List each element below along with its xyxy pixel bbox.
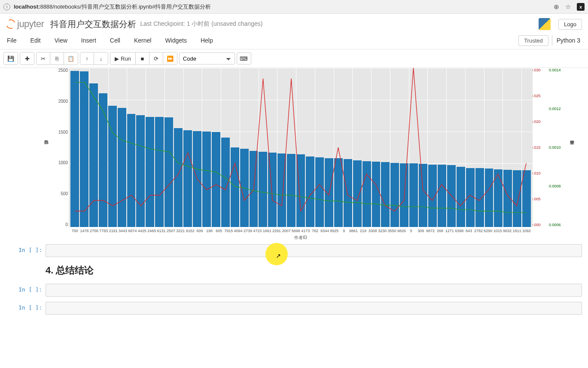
markdown-cell[interactable]: 4. 总结结论	[0, 261, 588, 280]
bookmark-icon[interactable]: ☆	[565, 3, 571, 11]
x-tick: 2007	[282, 229, 290, 233]
bar	[363, 161, 371, 227]
move-down-button[interactable]: ↓	[94, 52, 108, 64]
trusted-indicator[interactable]: Trusted	[518, 35, 548, 46]
logout-button[interactable]: Logo	[558, 19, 582, 30]
save-button[interactable]: 💾	[4, 52, 18, 64]
info-icon[interactable]: i	[3, 3, 10, 10]
menu-insert[interactable]: Insert	[74, 34, 103, 46]
x-tick: 2465	[147, 229, 156, 233]
x-tick: 268	[436, 229, 444, 233]
bar	[212, 132, 220, 227]
bar	[136, 115, 145, 227]
cell-type-select[interactable]: Code	[179, 52, 235, 64]
bar	[400, 163, 408, 227]
menu-file[interactable]: File	[0, 34, 24, 46]
menu-kernel[interactable]: Kernel	[127, 34, 158, 46]
bar	[193, 131, 201, 227]
x-tick: 3221	[176, 229, 185, 233]
x-tick: 219	[359, 229, 367, 233]
notebook-title[interactable]: 抖音用户交互数据分析	[50, 18, 136, 30]
x-tick: 6874	[128, 229, 137, 233]
bar	[438, 165, 446, 227]
bar	[315, 157, 324, 227]
x-tick: 309	[417, 229, 425, 233]
python-logo-icon	[539, 18, 551, 30]
restart-run-all-button[interactable]: ⏩	[163, 52, 177, 64]
menubar: FileEditViewInsertCellKernelWidgetsHelp …	[0, 33, 588, 49]
jupyter-logo-icon	[5, 18, 17, 30]
bar	[428, 165, 437, 227]
x-tick: 1478	[80, 229, 88, 233]
x-tick: 5698	[292, 229, 300, 233]
x-tick: 4723	[253, 229, 262, 233]
x-tick: 4094	[234, 229, 242, 233]
bar	[118, 108, 126, 227]
notebook-header: jupyter 抖音用户交互数据分析 Last Checkpoint: 1 小时…	[0, 14, 588, 33]
bar	[419, 164, 427, 227]
move-up-button[interactable]: ↑	[80, 52, 94, 64]
x-tick: 782	[311, 229, 319, 233]
menu-edit[interactable]: Edit	[24, 34, 48, 46]
chart-output: 作品数 25002000150010005000 0.0300.0250.020…	[47, 68, 554, 241]
bar	[250, 151, 258, 227]
x-tick: 9152	[186, 229, 195, 233]
bar	[447, 165, 456, 227]
x-tick: 7783	[99, 229, 108, 233]
restart-button[interactable]: ⟳	[149, 52, 163, 64]
x-tick: 1015	[494, 229, 502, 233]
code-cell-empty[interactable]: In [ ]:	[0, 242, 588, 259]
bar	[334, 158, 343, 227]
x-tick: 3550	[387, 229, 396, 233]
paste-button[interactable]: 📋	[64, 52, 78, 64]
x-tick: 9861	[349, 229, 358, 233]
code-cell-empty[interactable]: In [ ]:	[0, 282, 588, 298]
interrupt-button[interactable]: ■	[136, 52, 149, 64]
toolbar: 💾 ✚ ✂ ⎘ 📋 ↑ ↓ ▶ Run ■ ⟳ ⏩ Code ⌨	[0, 49, 588, 68]
y-axis-left-ticks: 25002000150010005000	[52, 68, 68, 227]
bar	[475, 168, 484, 227]
bar	[80, 71, 88, 227]
bar	[522, 170, 531, 227]
x-tick: 4425	[138, 229, 146, 233]
cell-input[interactable]	[46, 302, 582, 315]
menu-help[interactable]: Help	[194, 34, 220, 46]
cell-prompt: In [ ]:	[6, 244, 46, 257]
bar	[127, 114, 136, 227]
notebook-area: 作品数 25002000150010005000 0.0300.0250.020…	[0, 68, 588, 316]
menu-widgets[interactable]: Widgets	[158, 34, 194, 46]
bar	[296, 154, 305, 227]
x-tick: 5	[407, 229, 415, 233]
run-button[interactable]: ▶ Run	[110, 52, 136, 64]
bar	[390, 163, 399, 227]
copy-button[interactable]: ⎘	[50, 52, 64, 64]
x-tick: 2739	[244, 229, 252, 233]
jupyter-logo[interactable]: jupyter	[6, 18, 44, 30]
add-cell-button[interactable]: ✚	[20, 52, 34, 64]
menu-cell[interactable]: Cell	[103, 34, 127, 46]
command-palette-button[interactable]: ⌨	[237, 52, 251, 64]
x-tick: 4173	[301, 229, 310, 233]
url-text: localhost:8888/notebooks/抖音用户交互数据分析.ipyn…	[14, 3, 550, 11]
x-tick: 3308	[369, 229, 377, 233]
cell-input[interactable]	[46, 244, 582, 257]
cell-input[interactable]	[46, 284, 582, 297]
bar	[174, 128, 183, 227]
x-tick: 609	[195, 229, 204, 233]
chart-plot-area	[69, 68, 533, 227]
extension-badge[interactable]: x	[577, 3, 585, 11]
menu-view[interactable]: View	[48, 34, 74, 46]
kernel-indicator[interactable]: Python 3	[552, 35, 585, 46]
bar	[353, 160, 362, 227]
y-axis-right1-ticks: 0.0300.0250.0200.0150.0100.0050.000	[531, 68, 547, 227]
bar	[221, 138, 230, 227]
x-tick: 6290	[484, 229, 492, 233]
cursor-highlight	[265, 243, 288, 265]
code-cell-empty[interactable]: In [ ]:	[0, 300, 588, 316]
bar	[306, 156, 314, 227]
bar	[202, 132, 211, 227]
zoom-icon[interactable]: ⊕	[554, 3, 559, 11]
x-tick: 6398	[455, 229, 463, 233]
y-axis-right2-ticks: 0.00140.00120.00100.00080.0006	[549, 68, 565, 227]
cut-button[interactable]: ✂	[37, 52, 50, 64]
